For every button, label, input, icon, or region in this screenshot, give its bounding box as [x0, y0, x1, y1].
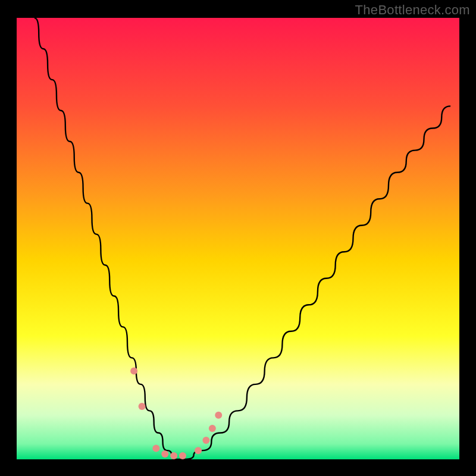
- curve-marker: [179, 452, 186, 459]
- curve-marker: [152, 444, 159, 452]
- curve-marker: [161, 450, 168, 458]
- curve-marker: [215, 412, 222, 419]
- curve-marker: [139, 403, 146, 410]
- watermark-text: TheBottleneck.com: [355, 2, 470, 18]
- plot-background: [17, 18, 459, 459]
- bottleneck-chart: [0, 0, 476, 476]
- curve-marker: [195, 447, 202, 454]
- curve-marker: [209, 425, 216, 432]
- curve-marker: [202, 437, 209, 444]
- chart-frame: TheBottleneck.com: [0, 0, 476, 476]
- curve-marker: [170, 452, 177, 459]
- curve-marker: [130, 368, 137, 375]
